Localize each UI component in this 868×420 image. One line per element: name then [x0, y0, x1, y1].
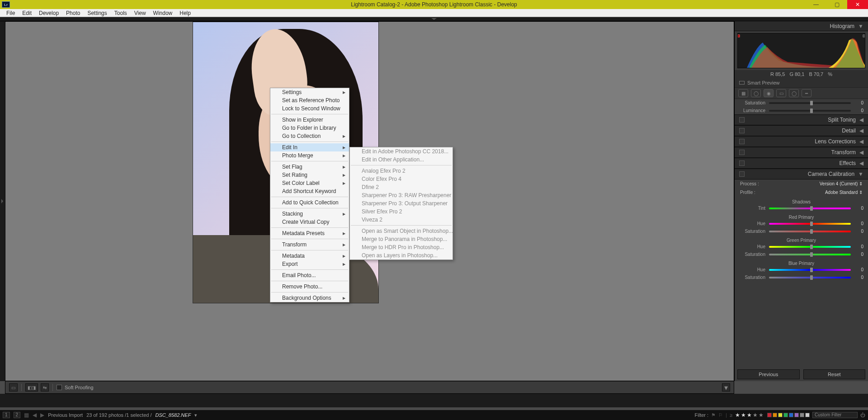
- menu-item-open-as-smart-object-in-photoshop[interactable]: Open as Smart Object in Photoshop...: [350, 227, 453, 235]
- color-label-swatch[interactable]: [778, 413, 783, 417]
- top-panel-collapse[interactable]: [0, 17, 868, 21]
- edit-in-submenu[interactable]: Edit in Adobe Photoshop CC 2018...Edit i…: [349, 147, 453, 260]
- soft-proof-checkbox[interactable]: [57, 385, 62, 390]
- section-toggle-icon[interactable]: [739, 117, 745, 123]
- section-lens-corrections[interactable]: Lens Corrections◀: [735, 136, 868, 147]
- color-label-filter[interactable]: [767, 413, 810, 417]
- menu-item-settings[interactable]: Settings: [270, 88, 349, 96]
- menu-item-edit-in-other-application[interactable]: Edit in Other Application...: [350, 156, 453, 164]
- menu-window[interactable]: Window: [150, 9, 176, 17]
- menu-item-set-color-label[interactable]: Set Color Label: [270, 179, 349, 187]
- source-label[interactable]: Previous Import: [48, 412, 83, 418]
- menu-file[interactable]: File: [3, 9, 19, 17]
- section-toggle-icon[interactable]: [739, 160, 745, 166]
- color-label-swatch[interactable]: [773, 413, 777, 417]
- filename[interactable]: DSC_8582.NEF: [155, 412, 191, 418]
- reset-button[interactable]: Reset: [803, 369, 866, 379]
- green-hue-slider[interactable]: Hue 0: [735, 243, 868, 250]
- menu-item-silver-efex-pro-2[interactable]: Silver Efex Pro 2: [350, 208, 453, 216]
- menu-item-color-efex-pro-4[interactable]: Color Efex Pro 4: [350, 175, 453, 183]
- radial-tool[interactable]: ◯: [789, 89, 799, 97]
- menu-item-email-photo[interactable]: Email Photo...: [270, 271, 349, 279]
- section-detail[interactable]: Detail◀: [735, 125, 868, 136]
- nav-fwd-icon[interactable]: ▶: [40, 412, 44, 418]
- nav-back-icon[interactable]: ◀: [33, 412, 37, 418]
- brush-tool[interactable]: ━: [802, 89, 811, 97]
- loupe-view-button[interactable]: ▭: [9, 383, 18, 392]
- redeye-tool[interactable]: ◉: [764, 89, 774, 97]
- menu-item-export[interactable]: Export: [270, 260, 349, 268]
- menu-item-stacking[interactable]: Stacking: [270, 210, 349, 218]
- menu-view[interactable]: View: [131, 9, 150, 17]
- menu-develop[interactable]: Develop: [35, 9, 62, 17]
- flag-reject-icon[interactable]: ⚐: [718, 412, 723, 418]
- profile-row[interactable]: Profile : Adobe Standard ⇕: [735, 188, 868, 197]
- process-row[interactable]: Process : Version 4 (Current) ⇕: [735, 179, 868, 188]
- blue-hue-slider[interactable]: Hue 0: [735, 266, 868, 274]
- red-hue-slider[interactable]: Hue 0: [735, 220, 868, 227]
- histogram[interactable]: [737, 33, 865, 68]
- section-transform[interactable]: Transform◀: [735, 147, 868, 158]
- color-label-swatch[interactable]: [800, 413, 804, 417]
- menu-item-merge-to-hdr-pro-in-photoshop[interactable]: Merge to HDR Pro in Photoshop...: [350, 243, 453, 251]
- flag-filter-icon[interactable]: ⚑: [711, 412, 716, 418]
- section-effects[interactable]: Effects◀: [735, 158, 868, 169]
- menu-item-metadata[interactable]: Metadata: [270, 252, 349, 260]
- previous-button[interactable]: Previous: [737, 369, 800, 379]
- star-filter[interactable]: ★★★★★: [735, 412, 764, 418]
- menu-item-set-rating[interactable]: Set Rating: [270, 171, 349, 179]
- screen-2-button[interactable]: 2: [14, 412, 21, 418]
- menu-item-dfine-2[interactable]: Dfine 2: [350, 183, 453, 191]
- before-after-toggle[interactable]: ⇆: [41, 383, 49, 392]
- grad-tool[interactable]: ▭: [776, 89, 786, 97]
- menu-item-metadata-presets[interactable]: Metadata Presets: [270, 229, 349, 237]
- spot-tool[interactable]: ◯: [751, 89, 761, 97]
- menu-item-photo-merge[interactable]: Photo Merge: [270, 151, 349, 160]
- green-sat-slider[interactable]: Saturation 0: [735, 250, 868, 258]
- color-label-swatch[interactable]: [794, 413, 799, 417]
- section-toggle-icon[interactable]: [739, 150, 745, 155]
- menu-item-set-flag[interactable]: Set Flag: [270, 163, 349, 171]
- maximize-button[interactable]: ▢: [826, 0, 847, 9]
- left-panel-collapse[interactable]: [0, 21, 5, 381]
- menu-item-merge-to-panorama-in-photoshop[interactable]: Merge to Panorama in Photoshop...: [350, 235, 453, 243]
- menu-item-transform[interactable]: Transform: [270, 241, 349, 249]
- menu-item-lock-to-second-window[interactable]: Lock to Second Window: [270, 104, 349, 113]
- menu-item-set-as-reference-photo[interactable]: Set as Reference Photo: [270, 96, 349, 104]
- filter-lock-icon[interactable]: ⏻: [860, 412, 865, 418]
- close-button[interactable]: ✕: [847, 0, 868, 9]
- color-label-swatch[interactable]: [783, 413, 788, 417]
- saturation-slider[interactable]: Saturation 0: [735, 99, 868, 107]
- menu-item-remove-photo[interactable]: Remove Photo...: [270, 283, 349, 291]
- menu-help[interactable]: Help: [176, 9, 194, 17]
- luminance-slider[interactable]: Luminance 0: [735, 107, 868, 114]
- filmstrip-collapse[interactable]: [0, 394, 868, 407]
- crop-tool[interactable]: ▦: [738, 89, 748, 97]
- menu-photo[interactable]: Photo: [62, 9, 84, 17]
- menu-item-add-to-quick-collection[interactable]: Add to Quick Collection: [270, 198, 349, 207]
- rating-compare-icon[interactable]: ≥: [730, 412, 732, 418]
- section-toggle-icon[interactable]: [739, 128, 745, 133]
- menu-item-open-as-layers-in-photoshop[interactable]: Open as Layers in Photoshop...: [350, 251, 453, 260]
- blue-sat-slider[interactable]: Saturation 0: [735, 274, 868, 281]
- before-after-yy[interactable]: ◧◨: [25, 383, 38, 392]
- menu-settings[interactable]: Settings: [84, 9, 110, 17]
- menu-item-analog-efex-pro-2[interactable]: Analog Efex Pro 2: [350, 167, 453, 175]
- menu-item-background-options[interactable]: Background Options: [270, 294, 349, 302]
- grid-icon[interactable]: ▦: [24, 412, 29, 418]
- menu-item-create-virtual-copy[interactable]: Create Virtual Copy: [270, 218, 349, 226]
- section-camera-calibration[interactable]: Camera Calibration▼: [735, 169, 868, 179]
- red-sat-slider[interactable]: Saturation 0: [735, 227, 868, 235]
- context-menu[interactable]: SettingsSet as Reference PhotoLock to Se…: [270, 88, 349, 302]
- menu-item-sharpener-pro-3-raw-presharpener[interactable]: Sharpener Pro 3: RAW Presharpener: [350, 191, 453, 199]
- menu-item-go-to-collection[interactable]: Go to Collection: [270, 132, 349, 140]
- screen-1-button[interactable]: 1: [3, 412, 10, 418]
- toolbar-expand[interactable]: ▾: [722, 383, 730, 392]
- menu-item-go-to-folder-in-library[interactable]: Go to Folder in Library: [270, 124, 349, 132]
- menu-item-viveza-2[interactable]: Viveza 2: [350, 216, 453, 224]
- section-split-toning[interactable]: Split Toning◀: [735, 114, 868, 125]
- custom-filter-dropdown[interactable]: Custom Filter: [812, 412, 858, 418]
- color-label-swatch[interactable]: [805, 413, 810, 417]
- menu-item-sharpener-pro-3-output-sharpener[interactable]: Sharpener Pro 3: Output Sharpener: [350, 199, 453, 208]
- menu-tools[interactable]: Tools: [111, 9, 131, 17]
